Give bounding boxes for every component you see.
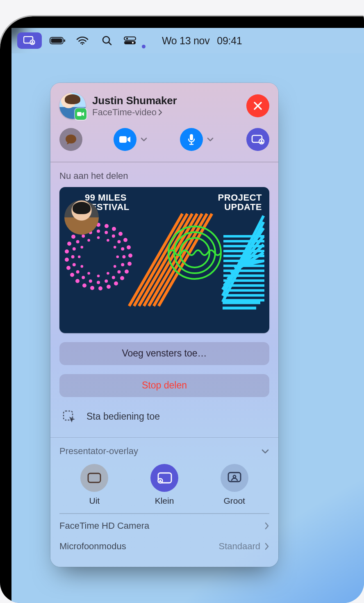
call-controls bbox=[50, 126, 278, 162]
svg-rect-5 bbox=[64, 39, 65, 42]
mic-toggle-button[interactable] bbox=[180, 128, 203, 151]
battery-icon[interactable] bbox=[49, 32, 66, 49]
svg-rect-4 bbox=[51, 39, 62, 43]
add-windows-button[interactable]: Voeg vensters toe… bbox=[59, 342, 269, 365]
overlay-option-large[interactable]: Groot bbox=[221, 464, 248, 506]
chevron-down-icon bbox=[207, 137, 214, 142]
svg-point-49 bbox=[105, 231, 108, 234]
svg-point-42 bbox=[65, 249, 69, 254]
svg-rect-14 bbox=[119, 136, 127, 143]
close-icon bbox=[253, 100, 263, 111]
svg-rect-11 bbox=[124, 41, 136, 44]
end-call-button[interactable] bbox=[246, 94, 269, 117]
camera-row-label: FaceTime HD Camera bbox=[59, 521, 149, 531]
svg-point-33 bbox=[114, 281, 118, 286]
svg-point-34 bbox=[107, 285, 111, 289]
svg-point-27 bbox=[123, 238, 127, 242]
svg-point-36 bbox=[90, 286, 94, 290]
camera-toggle-button[interactable] bbox=[114, 128, 136, 151]
stop-sharing-button[interactable]: Stop delen bbox=[59, 374, 269, 397]
svg-point-41 bbox=[65, 258, 69, 262]
mic-options-chevron[interactable] bbox=[205, 135, 215, 144]
stop-sharing-label: Stop delen bbox=[142, 380, 187, 391]
overlay-off-label: Uit bbox=[89, 496, 100, 506]
svg-rect-114 bbox=[88, 473, 100, 482]
svg-point-20 bbox=[261, 140, 262, 142]
svg-rect-118 bbox=[228, 473, 241, 482]
camera-selector-row[interactable]: FaceTime HD Camera bbox=[50, 514, 278, 538]
overlay-option-off[interactable]: Uit bbox=[80, 464, 108, 506]
svg-point-51 bbox=[117, 240, 121, 243]
svg-point-44 bbox=[71, 235, 75, 239]
overlay-off-icon bbox=[80, 464, 108, 492]
chevron-down-icon bbox=[261, 448, 269, 454]
svg-point-58 bbox=[97, 281, 100, 284]
svg-point-31 bbox=[125, 270, 129, 274]
overlay-small-label: Klein bbox=[155, 496, 174, 506]
svg-point-56 bbox=[112, 276, 115, 279]
preview-title-right-2: UPDATE bbox=[224, 202, 262, 212]
svg-point-75 bbox=[87, 272, 90, 274]
svg-point-37 bbox=[82, 283, 86, 288]
overlay-option-small[interactable]: Klein bbox=[150, 464, 178, 506]
svg-point-74 bbox=[97, 274, 100, 277]
wifi-icon[interactable] bbox=[74, 32, 91, 49]
caller-name: Justin Shumaker bbox=[92, 94, 240, 107]
allow-control-label: Sta bediening toe bbox=[86, 411, 160, 422]
svg-point-119 bbox=[233, 475, 235, 478]
chevron-right-icon bbox=[158, 109, 162, 116]
svg-rect-15 bbox=[190, 134, 193, 140]
add-windows-label: Voeg vensters toe… bbox=[122, 348, 207, 359]
screenshare-status-icon[interactable] bbox=[17, 32, 42, 49]
svg-point-30 bbox=[127, 262, 132, 266]
svg-point-52 bbox=[121, 247, 124, 250]
svg-point-65 bbox=[76, 240, 80, 243]
menubar: Wo 13 nov 09:41 bbox=[11, 28, 364, 53]
presenter-overlay-header[interactable]: Presentator-overlay bbox=[50, 438, 278, 462]
svg-point-6 bbox=[82, 43, 83, 45]
screenshare-toggle-button[interactable] bbox=[246, 128, 269, 151]
remote-control-icon bbox=[59, 407, 79, 427]
control-center-icon[interactable] bbox=[123, 32, 137, 49]
svg-point-1 bbox=[30, 40, 35, 45]
overlay-small-icon bbox=[150, 464, 178, 492]
svg-point-77 bbox=[78, 255, 81, 258]
svg-point-25 bbox=[112, 227, 116, 231]
facetime-badge-icon bbox=[75, 108, 86, 120]
svg-point-72 bbox=[114, 265, 116, 268]
svg-point-53 bbox=[122, 255, 125, 258]
svg-rect-13 bbox=[77, 112, 82, 116]
allow-control-button[interactable]: Sta bediening toe bbox=[50, 407, 278, 437]
presenter-overlay-label: Presentator-overlay bbox=[59, 446, 138, 457]
microphone-icon bbox=[187, 134, 196, 145]
svg-point-66 bbox=[82, 234, 85, 238]
svg-point-55 bbox=[117, 270, 121, 273]
menubar-time[interactable]: 09:41 bbox=[217, 35, 242, 47]
spotlight-search-icon[interactable] bbox=[98, 32, 116, 49]
svg-point-12 bbox=[132, 42, 134, 43]
svg-point-48 bbox=[97, 229, 100, 233]
svg-point-38 bbox=[75, 279, 80, 283]
mic-mode-row[interactable]: Microfoonmodus Standaard bbox=[50, 538, 278, 558]
presenter-overlay-options: Uit Klein Groot bbox=[50, 462, 278, 513]
svg-point-43 bbox=[67, 242, 71, 246]
camera-options-chevron[interactable] bbox=[139, 135, 149, 144]
preview-title-right-1: PROJECT bbox=[218, 192, 262, 203]
share-preview-thumbnail[interactable]: 99 MILES FESTIVAL PROJECT UPDATE bbox=[59, 187, 269, 333]
svg-point-29 bbox=[128, 254, 132, 258]
messages-button[interactable] bbox=[59, 128, 82, 151]
svg-point-2 bbox=[32, 41, 33, 42]
call-header: Justin Shumaker FaceTime-video bbox=[50, 83, 278, 126]
svg-point-76 bbox=[81, 265, 84, 268]
svg-point-21 bbox=[75, 234, 121, 280]
svg-point-35 bbox=[98, 286, 102, 290]
presenter-overlay-thumbnail bbox=[64, 200, 99, 235]
preview-title-left-1: 99 MILES bbox=[85, 192, 127, 203]
caller-avatar[interactable] bbox=[59, 93, 86, 119]
svg-point-63 bbox=[71, 255, 75, 258]
svg-point-79 bbox=[87, 239, 90, 242]
svg-point-40 bbox=[66, 266, 71, 270]
svg-point-39 bbox=[70, 273, 74, 277]
call-type-button[interactable]: FaceTime-video bbox=[92, 107, 240, 118]
menubar-date[interactable]: Wo 13 nov bbox=[162, 35, 209, 47]
